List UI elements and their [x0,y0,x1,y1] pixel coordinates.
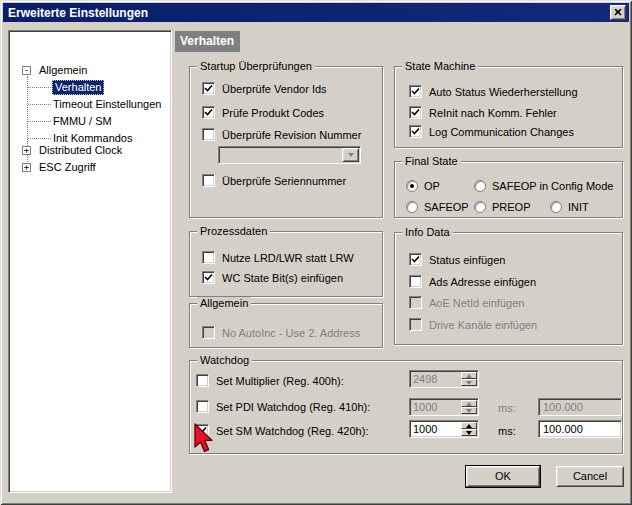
vendor-ids-label: Überprüfe Vendor Ids [222,83,327,95]
group-title: Prozessdaten [197,225,270,238]
group-watchdog: Watchdog Set Multiplier (Reg. 400h): 249… [189,354,623,454]
radio-op[interactable]: OP [406,180,440,192]
checkbox-unchecked-icon[interactable] [196,400,209,413]
revision-nummer-checkbox-row[interactable]: Überprüfe Revision Nummer [202,128,361,141]
spin-up-icon [461,372,477,379]
auto-status-checkbox-row[interactable]: Auto Status Wiederherstellung [409,85,578,98]
set-sm-watchdog-checkbox-row[interactable]: Set SM Watchdog (Reg. 420h): [196,424,368,437]
ads-adresse-checkbox-row[interactable]: Ads Adresse einfügen [409,275,536,288]
checkbox-checked-icon[interactable] [409,106,422,119]
wc-state-label: WC State Bit(s) einfügen [222,272,343,284]
drive-kanaele-label: Drive Kanäle einfügen [429,319,537,331]
tree-item-esc-zugriff[interactable]: ESC Zugriff [39,161,96,174]
spinner-control[interactable] [461,422,477,436]
sm-ms-value-field: 100.000 [538,420,622,438]
safeop-label: SAFEOP [424,201,469,213]
radio-safeop[interactable]: SAFEOP [406,201,469,213]
spin-down-icon[interactable] [461,429,477,436]
checkbox-checked-icon[interactable] [409,125,422,138]
tree-item-verhalten[interactable]: Verhalten [52,80,104,95]
multiplier-spin-edit: 2498 [409,370,479,388]
spin-down-icon [461,407,477,414]
set-pdi-watchdog-checkbox-row[interactable]: Set PDI Watchdog (Reg. 410h): [196,400,370,413]
aoe-netid-checkbox-row: AoE NetId einfügen [409,296,524,309]
title-bar: Erweiterte Einstellungen [3,3,629,22]
radio-unselected-icon[interactable] [550,201,562,213]
checkbox-checked-icon[interactable] [202,271,215,284]
spinner-control [461,400,477,414]
vendor-ids-checkbox-row[interactable]: Überprüfe Vendor Ids [202,82,327,95]
init-label: INIT [568,201,589,213]
checkbox-checked-icon[interactable] [202,106,215,119]
chevron-down-icon [342,148,359,162]
wc-state-checkbox-row[interactable]: WC State Bit(s) einfügen [202,271,343,284]
checkbox-checked-icon[interactable] [202,82,215,95]
seriennummer-checkbox-row[interactable]: Überprüfe Seriennummer [202,174,346,187]
produkt-codes-label: Prüfe Produkt Codes [222,107,324,119]
checkbox-unchecked-icon[interactable] [202,251,215,264]
radio-unselected-icon[interactable] [406,201,418,213]
spin-down-icon [461,379,477,386]
group-title: Startup Überprüfungen [197,60,315,73]
pdi-watchdog-value: 1000 [410,399,460,415]
radio-preop[interactable]: PREOP [474,201,531,213]
mouse-cursor-icon [193,423,215,458]
group-final-state: Final State OP SAFEOP in Config Mode SAF… [394,155,623,218]
collapse-icon[interactable]: - [22,66,31,75]
ok-button[interactable]: OK [466,466,540,487]
radio-safeop-config-mode[interactable]: SAFEOP in Config Mode [474,180,613,192]
radio-selected-icon[interactable] [406,180,418,192]
pdi-watchdog-spin-edit: 1000 [409,398,479,416]
safeop-config-label: SAFEOP in Config Mode [492,180,613,192]
sm-ms-label: ms: [498,425,516,437]
radio-init[interactable]: INIT [550,201,589,213]
lrd-lwr-checkbox-row[interactable]: Nutze LRD/LWR statt LRW [202,251,354,264]
log-comm-checkbox-row[interactable]: Log Communication Changes [409,125,574,138]
radio-unselected-icon[interactable] [474,180,486,192]
produkt-codes-checkbox-row[interactable]: Prüfe Produkt Codes [202,106,324,119]
cancel-button[interactable]: Cancel [556,466,624,487]
expand-icon[interactable]: + [22,146,31,155]
pdi-ms-value-field: 100.000 [538,398,622,416]
group-startup-ueberpruefungen: Startup Überprüfungen Überprüfe Vendor I… [189,60,383,218]
tree-item-allgemein[interactable]: Allgemein [39,64,87,77]
checkbox-unchecked-icon [202,326,215,339]
set-multiplier-checkbox-row[interactable]: Set Multiplier (Reg. 400h): [196,374,344,387]
log-comm-label: Log Communication Changes [429,126,574,138]
group-title: Allgemein [197,297,251,310]
revision-combo-value [219,147,341,163]
checkbox-unchecked-icon[interactable] [409,275,422,288]
checkbox-unchecked-icon[interactable] [202,174,215,187]
reinit-checkbox-row[interactable]: ReInit nach Komm. Fehler [409,106,557,119]
sm-watchdog-spin-edit[interactable]: 1000 [409,420,479,438]
radio-unselected-icon[interactable] [474,201,486,213]
tree-connector-hline [28,87,51,88]
seriennummer-label: Überprüfe Seriennummer [222,175,346,187]
revision-combo [218,146,361,164]
checkbox-unchecked-icon[interactable] [196,374,209,387]
op-label: OP [424,180,440,192]
settings-tree[interactable]: - Allgemein Verhalten Timeout Einstellun… [8,30,172,493]
spinner-control [461,372,477,386]
checkbox-checked-icon[interactable] [409,85,422,98]
aoe-netid-label: AoE NetId einfügen [429,297,524,309]
dialog-window: Erweiterte Einstellungen - Allgemein Ver… [0,0,632,505]
checkbox-unchecked-icon[interactable] [202,128,215,141]
set-pdi-watchdog-label: Set PDI Watchdog (Reg. 410h): [216,401,370,413]
tree-connector-hline [28,138,51,139]
group-frame [189,231,383,297]
tree-item-timeout-einstellungen[interactable]: Timeout Einstellungen [53,98,161,111]
tree-item-fmmu-sm[interactable]: FMMU / SM [53,115,112,128]
expand-icon[interactable]: + [22,163,31,172]
spin-up-icon[interactable] [461,422,477,429]
sm-watchdog-value[interactable]: 1000 [410,421,460,437]
close-button[interactable] [610,5,626,20]
checkbox-checked-icon[interactable] [409,253,422,266]
tree-connector-hline [28,104,51,105]
spin-up-icon [461,400,477,407]
tree-item-distributed-clock[interactable]: Distributed Clock [39,144,122,157]
checkbox-unchecked-icon [409,296,422,309]
status-einfuegen-checkbox-row[interactable]: Status einfügen [409,253,505,266]
group-title: Final State [402,155,461,168]
revision-nummer-label: Überprüfe Revision Nummer [222,129,361,141]
